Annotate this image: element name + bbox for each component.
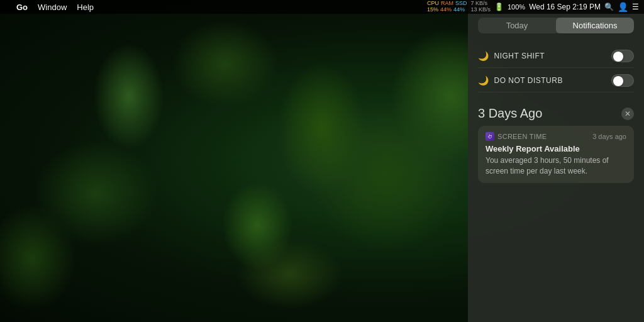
user-avatar[interactable]: 👤 (618, 2, 628, 12)
notification-center-panel: Today Notifications 🌙 NIGHT SHIFT 🌙 DO N… (468, 0, 644, 322)
network-stats: 7 KB/s 13 KB/s (470, 1, 491, 13)
nc-notifications-list: 3 Days Ago ✕ ⏱ SCREEN TIME 3 days ago We… (468, 97, 644, 322)
ssd-value: 44% (453, 7, 465, 13)
section-close-button[interactable]: ✕ (621, 108, 634, 120)
battery-percent: 100% (508, 3, 525, 11)
do-not-disturb-text: DO NOT DISTURB (494, 76, 563, 85)
battery-icon: 🔋 (494, 3, 504, 11)
notif-app-info: ⏱ SCREEN TIME (486, 132, 547, 141)
night-shift-label: 🌙 NIGHT SHIFT (478, 51, 545, 61)
clock: Wed 16 Sep 2:19 PM (529, 3, 601, 11)
night-shift-toggle[interactable] (611, 50, 634, 62)
tab-today[interactable]: Today (478, 18, 556, 33)
nc-tab-bar: Today Notifications (478, 18, 634, 33)
menubar-right: CPU RAM SSD 15% 44% 44% 7 KB/s 13 KB/s 🔋… (427, 1, 639, 13)
do-not-disturb-icon: 🌙 (478, 75, 489, 86)
notification-center-icon[interactable]: ☰ (632, 3, 639, 11)
do-not-disturb-knob (613, 76, 623, 86)
do-not-disturb-toggle[interactable] (611, 74, 634, 87)
notif-card-header: ⏱ SCREEN TIME 3 days ago (486, 132, 626, 141)
menu-window[interactable]: Window (33, 0, 72, 14)
notif-body: You averaged 3 hours, 50 minutes of scre… (486, 155, 626, 177)
do-not-disturb-label: 🌙 DO NOT DISTURB (478, 75, 563, 86)
notif-title: Weekly Report Available (486, 144, 626, 153)
menubar: Go Window Help CPU RAM SSD 15% 44% 44% 7… (0, 0, 644, 14)
section-header-3days: 3 Days Ago ✕ (478, 106, 634, 121)
notif-app-name: SCREEN TIME (497, 133, 547, 140)
cpu-value: 15% (427, 7, 438, 13)
menu-go[interactable]: Go (11, 0, 33, 14)
tab-notifications[interactable]: Notifications (556, 18, 634, 33)
net-down: 13 KB/s (470, 7, 491, 13)
night-shift-icon: 🌙 (478, 51, 489, 61)
do-not-disturb-row: 🌙 DO NOT DISTURB (478, 69, 634, 92)
ram-value: 44% (440, 7, 452, 13)
night-shift-text: NIGHT SHIFT (494, 52, 545, 60)
notif-card-screen-time[interactable]: ⏱ SCREEN TIME 3 days ago Weekly Report A… (478, 126, 634, 183)
nc-toggles-section: 🌙 NIGHT SHIFT 🌙 DO NOT DISTURB (468, 40, 644, 97)
screen-time-app-icon: ⏱ (486, 132, 494, 141)
night-shift-row: 🌙 NIGHT SHIFT (478, 45, 634, 68)
search-icon[interactable]: 🔍 (604, 3, 614, 11)
menu-help[interactable]: Help (72, 0, 99, 14)
section-title: 3 Days Ago (478, 106, 542, 121)
night-shift-knob (613, 52, 623, 62)
system-stats: CPU RAM SSD 15% 44% 44% (427, 1, 467, 13)
notif-time: 3 days ago (592, 133, 626, 140)
